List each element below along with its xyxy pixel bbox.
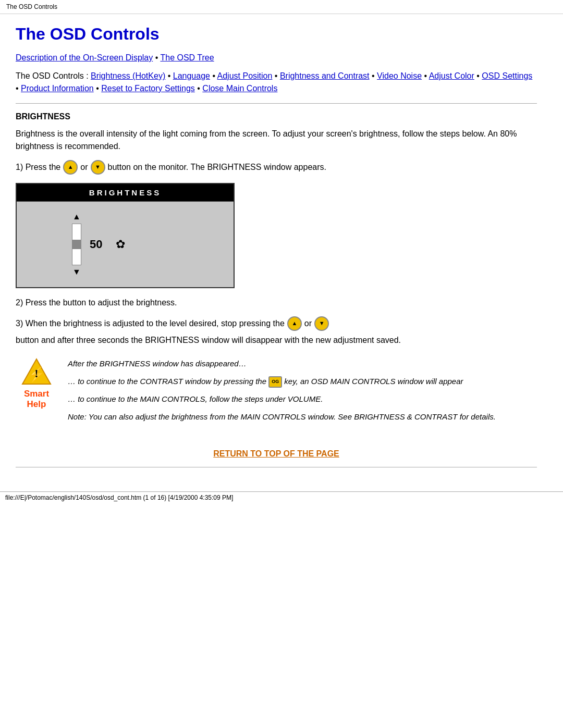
bc-adjust-color[interactable]: Adjust Color <box>429 71 474 80</box>
divider-bottom <box>16 467 537 467</box>
brightness-window-body: ▲ ▼ 50 ✿ <box>17 202 234 287</box>
key-icon: OG <box>268 376 282 388</box>
bc-video-noise[interactable]: Video Noise <box>377 71 422 80</box>
step3-or: or <box>304 317 312 330</box>
nav-links: Description of the On-Screen Display • T… <box>16 53 537 63</box>
smart-help-line1: After the BRIGHTNESS window has disappea… <box>68 357 496 370</box>
step1-prefix: 1) Press the <box>16 161 60 174</box>
page-title: The OSD Controls <box>16 24 537 44</box>
brightness-window-title: BRIGHTNESS <box>17 184 234 202</box>
bc-product-info[interactable]: Product Information <box>21 84 94 93</box>
step1-suffix: button on the monitor. The BRIGHTNESS wi… <box>108 161 326 174</box>
breadcrumb-prefix: The OSD Controls : <box>16 71 91 80</box>
breadcrumb: The OSD Controls : Brightness (HotKey) •… <box>16 70 537 95</box>
smart-help-label: SmartHelp <box>24 389 49 410</box>
return-to-top: RETURN TO TOP OF THE PAGE <box>16 449 537 459</box>
slider-thumb <box>72 240 81 249</box>
brightness-description: Brightness is the overall intensity of t… <box>16 128 537 153</box>
smart-help-note: Note: You can also adjust the brightness… <box>68 411 496 423</box>
down-button-icon-step3 <box>314 316 329 331</box>
step3-prefix: 3) When the brightness is adjusted to th… <box>16 317 285 330</box>
brightness-slider-area: ▲ ▼ <box>72 212 81 277</box>
up-button-icon-step3 <box>287 316 302 331</box>
divider-top <box>16 103 537 104</box>
section-title-brightness: BRIGHTNESS <box>16 112 537 121</box>
nav-link-description[interactable]: Description of the On-Screen Display <box>16 53 153 62</box>
step3-suffix: button and after three seconds the BRIGH… <box>16 334 401 347</box>
bc-language[interactable]: Language <box>173 71 210 80</box>
bc-reset-factory[interactable]: Reset to Factory Settings <box>101 84 195 93</box>
slider-up-arrow: ▲ <box>72 212 81 221</box>
nav-separator: • <box>155 53 161 62</box>
slider-down-arrow: ▼ <box>72 267 81 277</box>
browser-tab: The OSD Controls <box>0 0 563 14</box>
bc-adjust-position[interactable]: Adjust Position <box>217 71 273 80</box>
return-link-anchor[interactable]: RETURN TO TOP OF THE PAGE <box>213 449 339 458</box>
nav-link-osd-tree[interactable]: The OSD Tree <box>160 53 214 62</box>
warning-triangle-icon: ⚡ ! <box>21 357 52 386</box>
brightness-window: BRIGHTNESS ▲ ▼ 50 ✿ <box>16 183 235 288</box>
step1-row: 1) Press the or button on the monitor. T… <box>16 160 537 175</box>
up-button-icon-step1 <box>63 160 78 175</box>
smart-help-section: ⚡ ! SmartHelp After the BRIGHTNESS windo… <box>16 357 537 428</box>
bc-close-main[interactable]: Close Main Controls <box>202 84 277 93</box>
slider-track <box>72 224 81 265</box>
sun-icon: ✿ <box>116 238 125 251</box>
status-bar: file:///E|/Potomac/english/140S/osd/osd_… <box>0 491 563 503</box>
bc-osd-settings[interactable]: OSD Settings <box>482 71 532 80</box>
step2-text: 2) Press the button to adjust the bright… <box>16 297 537 309</box>
smart-help-line2: … to continue to the CONTRAST window by … <box>68 375 496 388</box>
brightness-value: 50 <box>90 238 102 251</box>
step1-or: or <box>80 161 88 174</box>
bc-brightness-contrast[interactable]: Brightness and Contrast <box>280 71 370 80</box>
smart-help-text: After the BRIGHTNESS window has disappea… <box>68 357 496 428</box>
down-button-icon-step1 <box>91 160 105 175</box>
smart-help-line3: … to continue to the MAIN CONTROLS, foll… <box>68 393 496 405</box>
step3-row: 3) When the brightness is adjusted to th… <box>16 316 537 347</box>
bc-brightness-hotkey[interactable]: Brightness (HotKey) <box>91 71 165 80</box>
smart-help-left: ⚡ ! SmartHelp <box>16 357 57 410</box>
svg-text:!: ! <box>34 367 38 380</box>
